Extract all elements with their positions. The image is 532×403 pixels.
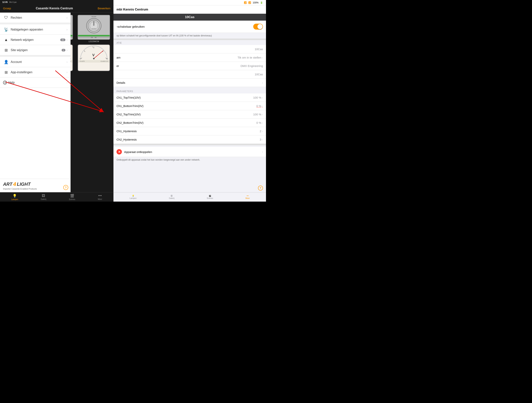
param-value-4: 2 › xyxy=(260,129,263,133)
network-chevron: › xyxy=(67,38,68,42)
gallery-icon-right: 🖼 xyxy=(171,195,173,197)
params-section: PARAMETERS Ch1_TopTrim(10V) 100 % › Ch1_… xyxy=(114,89,266,144)
section-separator xyxy=(114,144,266,145)
tab-scenes-right[interactable]: 🎬 Scènes xyxy=(207,195,213,199)
param-row-2[interactable]: Ch2_TopTrim(10V) 100 % › xyxy=(114,110,266,119)
logo-light: LIGHT xyxy=(17,182,31,187)
account-chevron: › xyxy=(67,60,68,64)
help-chevron: › xyxy=(67,81,68,84)
param-row-3[interactable]: Ch2_BottomTrim(0V) 0 % › xyxy=(114,119,266,127)
menu-item-help[interactable]: ℹ Help › xyxy=(0,77,70,88)
signal-icon: 📶 xyxy=(244,1,247,4)
help-circle-button[interactable]: ? xyxy=(63,185,68,190)
svg-rect-10 xyxy=(93,21,94,26)
param-label-2: Ch2_TopTrim(10V) xyxy=(116,113,140,116)
param-label-4: Ch1_Hysteresis xyxy=(116,129,137,133)
help-icon-menu: ℹ xyxy=(3,81,7,84)
svg-line-34 xyxy=(84,51,85,52)
tab-meer-right[interactable]: ••• Meer xyxy=(245,195,250,199)
meter-bottom-3: YS-675 CLASS 2.5 xyxy=(78,60,110,63)
left-nav-bar: Groep Casambi Kennis Centrum Bewerken xyxy=(0,4,114,13)
param-value-2: 100 % › xyxy=(253,113,263,116)
info-label-am: am xyxy=(116,56,120,59)
disconnect-section: ✕ Apparaat ontkoppelen › Ontkoppelt dit … xyxy=(114,147,266,163)
edit-button[interactable]: Bewerken xyxy=(98,7,110,10)
tab-galerij-left[interactable]: 🖼 Galerij xyxy=(41,194,46,200)
details-label: Details xyxy=(116,81,125,84)
svg-point-39 xyxy=(93,58,95,59)
svg-line-38 xyxy=(94,51,103,58)
disconnect-row[interactable]: ✕ Apparaat ontkoppelen › xyxy=(114,147,266,157)
gallery-icon-left: 🖼 xyxy=(42,194,45,198)
scenes-icon-left: 🎬 xyxy=(70,194,74,198)
site-label: Site wijzigen xyxy=(11,48,62,52)
info-value-er: DMX Engineering xyxy=(241,64,263,68)
tab-scenes-left[interactable]: 🎬 Scènes xyxy=(69,194,75,200)
art4light-logo: ART 4 LIGHT xyxy=(3,181,68,187)
info-row-name: 10Cas xyxy=(114,45,266,53)
tab-scenes-label-right: Scènes xyxy=(207,197,213,199)
site-chevron: › xyxy=(67,48,68,52)
appsettings-icon: ⊞ xyxy=(3,70,9,75)
right-nav-title: mbi Kennis Centrum xyxy=(116,8,148,12)
left-nav-title: Casambi Kennis Centrum xyxy=(36,7,73,10)
param-value-0: 100 % › xyxy=(253,96,263,99)
side-menu: 🛡 Rechten › 📡 Nabijgelegen apparaten › ▲… xyxy=(0,13,70,192)
logo-art: ART xyxy=(3,182,13,187)
menu-item-site[interactable]: ⊞ Site wijzigen 1 › xyxy=(0,45,70,55)
info-row-am[interactable]: am Tik om in te stellen › xyxy=(114,53,266,62)
disconnect-icon: ✕ xyxy=(116,149,122,154)
left-status-bar: 12:05 Wo 6 jan xyxy=(0,0,114,4)
left-day: Wo 6 jan xyxy=(9,1,17,3)
tab-galerij-right[interactable]: 🖼 Galerij xyxy=(169,195,174,199)
tab-meer-left[interactable]: ••• Meer xyxy=(98,194,102,200)
toggle-switch[interactable] xyxy=(253,24,263,30)
tab-scenes-label-left: Scènes xyxy=(69,198,75,200)
rechten-chevron: › xyxy=(67,16,68,19)
nearby-chevron: › xyxy=(67,28,68,31)
back-button[interactable]: Groep xyxy=(3,7,11,10)
section-title-bar: 10Cas xyxy=(114,14,266,21)
menu-item-nearby[interactable]: 📡 Nabijgelegen apparaten › xyxy=(0,24,70,35)
svg-text:0: 0 xyxy=(80,58,81,59)
tab-lampen-label-left: Lampen xyxy=(11,198,18,200)
chevron-param-5: › xyxy=(262,138,263,141)
shield-icon: 🛡 xyxy=(3,15,9,20)
tab-lampen-label-right: Lampen xyxy=(130,197,137,199)
info-row-model: 10Cas xyxy=(114,70,266,79)
chevron-param-0: › xyxy=(262,96,263,99)
vad-circle-3: VAD360 xyxy=(86,18,101,33)
meer-icon-left: ••• xyxy=(98,194,102,198)
menu-item-account[interactable]: 👤 Account › xyxy=(0,57,70,67)
scenes-icon-right: 🎬 xyxy=(209,195,211,197)
menu-item-network[interactable]: ▲ Netwerk wijzigen 31 › xyxy=(0,35,70,45)
toggle-description: op tikken schakelt het geconfigureerde d… xyxy=(114,33,266,40)
menu-separator-2 xyxy=(0,55,70,57)
info-value-am: Tik om in te stellen › xyxy=(238,56,263,59)
account-icon: 👤 xyxy=(3,60,9,64)
tab-lampen-left[interactable]: 💡 Lampen xyxy=(11,194,18,200)
site-badge: 1 xyxy=(62,49,65,51)
left-time: 12:05 xyxy=(2,1,8,3)
info-row-er: er DMX Engineering xyxy=(114,62,266,70)
meter-3[interactable]: V 0 5 10 YS-675 CLASS 2.5 xyxy=(78,45,110,71)
menu-item-rechten[interactable]: 🛡 Rechten › xyxy=(0,13,70,23)
param-row-5[interactable]: Ch2_Hysteresis 3 › xyxy=(114,135,266,144)
right-status-bar: 📶 📶 100% 🔋 xyxy=(114,0,266,5)
param-label-1: Ch1_BottomTrim(0V) xyxy=(116,104,143,108)
menu-item-appsettings[interactable]: ⊞ App-instellingen › xyxy=(0,67,70,77)
param-row-4[interactable]: Ch1_Hysteresis 2 › xyxy=(114,127,266,135)
device-vad-3[interactable]: VAD360 VAD360 CEUK xyxy=(78,15,110,43)
param-row-0[interactable]: Ch1_TopTrim(10V) 100 % › xyxy=(114,93,266,102)
section-title: 10Cas xyxy=(116,15,263,19)
help-circle-right[interactable]: ? xyxy=(258,186,263,191)
tab-meer-label-left: Meer xyxy=(98,198,102,200)
param-row-1[interactable]: Ch1_BottomTrim(0V) 0 % › xyxy=(114,102,266,110)
info-value-name: 10Cas xyxy=(255,47,263,51)
toggle-knob xyxy=(257,24,263,29)
svg-text:10: 10 xyxy=(106,58,108,59)
tab-galerij-label-right: Galerij xyxy=(169,197,174,199)
tab-lampen-right[interactable]: 💡 Lampen xyxy=(130,195,137,199)
info-row-details[interactable]: Details › xyxy=(114,79,266,87)
menu-separator-1 xyxy=(0,23,70,24)
